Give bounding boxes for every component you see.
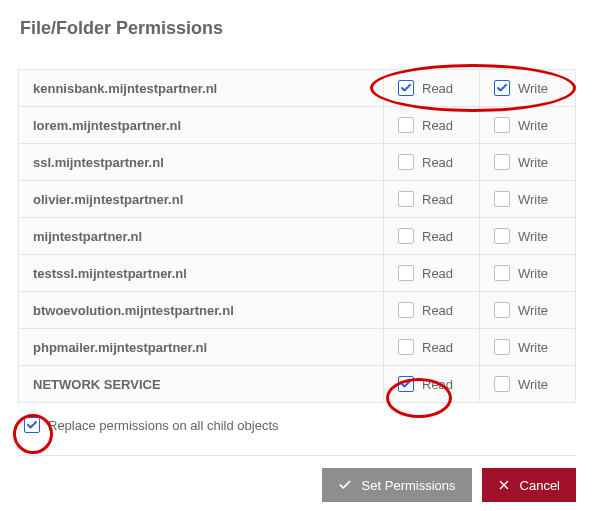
read-checkbox[interactable] [398,376,414,392]
write-checkbox[interactable] [494,265,510,281]
table-row: olivier.mijntestpartner.nlReadWrite [19,181,576,218]
permissions-dialog: File/Folder Permissions kennisbank.mijnt… [0,0,594,511]
row-name: phpmailer.mijntestpartner.nl [19,329,384,366]
write-checkbox[interactable] [494,228,510,244]
check-icon [338,478,352,492]
row-name: testssl.mijntestpartner.nl [19,255,384,292]
read-checkbox[interactable] [398,228,414,244]
write-checkbox[interactable] [494,117,510,133]
read-checkbox[interactable] [398,265,414,281]
row-name: NETWORK SERVICE [19,366,384,403]
write-label: Write [518,266,548,281]
table-row: mijntestpartner.nlReadWrite [19,218,576,255]
write-checkbox[interactable] [494,191,510,207]
close-icon [498,479,510,491]
write-label: Write [518,229,548,244]
cancel-label: Cancel [520,478,560,493]
write-label: Write [518,340,548,355]
row-name: lorem.mijntestpartner.nl [19,107,384,144]
table-row: btwoevolution.mijntestpartner.nlReadWrit… [19,292,576,329]
read-checkbox[interactable] [398,302,414,318]
row-name: kennisbank.mijntestpartner.nl [19,70,384,107]
dialog-title: File/Folder Permissions [20,18,576,39]
read-checkbox[interactable] [398,117,414,133]
row-name: olivier.mijntestpartner.nl [19,181,384,218]
set-permissions-label: Set Permissions [362,478,456,493]
dialog-footer: Set Permissions Cancel [18,455,576,502]
replace-children-label: Replace permissions on all child objects [48,418,279,433]
row-name: ssl.mijntestpartner.nl [19,144,384,181]
write-label: Write [518,377,548,392]
read-checkbox[interactable] [398,154,414,170]
read-label: Read [422,118,453,133]
read-label: Read [422,155,453,170]
write-label: Write [518,155,548,170]
set-permissions-button[interactable]: Set Permissions [322,468,472,502]
table-row: kennisbank.mijntestpartner.nlReadWrite [19,70,576,107]
table-row: phpmailer.mijntestpartner.nlReadWrite [19,329,576,366]
write-checkbox[interactable] [494,376,510,392]
write-checkbox[interactable] [494,154,510,170]
read-checkbox[interactable] [398,339,414,355]
write-checkbox[interactable] [494,80,510,96]
read-label: Read [422,266,453,281]
write-label: Write [518,192,548,207]
write-label: Write [518,303,548,318]
cancel-button[interactable]: Cancel [482,468,576,502]
read-checkbox[interactable] [398,80,414,96]
read-label: Read [422,229,453,244]
write-checkbox[interactable] [494,302,510,318]
replace-children-checkbox[interactable] [24,417,40,433]
write-checkbox[interactable] [494,339,510,355]
table-row: testssl.mijntestpartner.nlReadWrite [19,255,576,292]
row-name: btwoevolution.mijntestpartner.nl [19,292,384,329]
permissions-table: kennisbank.mijntestpartner.nlReadWritelo… [18,69,576,403]
replace-children-option[interactable]: Replace permissions on all child objects [24,417,576,433]
table-row: ssl.mijntestpartner.nlReadWrite [19,144,576,181]
read-label: Read [422,377,453,392]
row-name: mijntestpartner.nl [19,218,384,255]
write-label: Write [518,118,548,133]
read-label: Read [422,303,453,318]
read-checkbox[interactable] [398,191,414,207]
read-label: Read [422,81,453,96]
read-label: Read [422,340,453,355]
table-row: lorem.mijntestpartner.nlReadWrite [19,107,576,144]
table-row: NETWORK SERVICEReadWrite [19,366,576,403]
read-label: Read [422,192,453,207]
write-label: Write [518,81,548,96]
